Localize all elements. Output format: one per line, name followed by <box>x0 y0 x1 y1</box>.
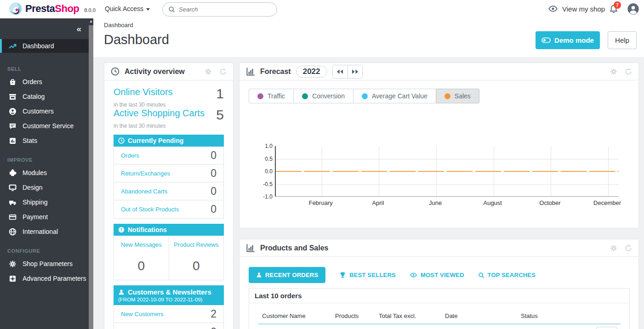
breadcrumb[interactable]: Dashboard <box>104 22 133 28</box>
activity-stat: Active Shopping Carts5 <box>104 108 233 122</box>
products-sales-tabs: RECENT ORDERSBEST SELLERSMOST VIEWEDTOP … <box>249 267 536 283</box>
currently-pending-list: Orders0Return/Exchanges0Abandoned Carts0… <box>114 147 224 219</box>
bar-chart-icon <box>246 244 255 253</box>
notification-link[interactable]: Product Reviews <box>174 241 219 248</box>
products-tab-label: MOST VIEWED <box>421 272 464 278</box>
list-item-link[interactable]: Return/Exchanges <box>121 170 170 177</box>
forecast-tab-traffic[interactable]: Traffic <box>249 89 294 103</box>
sidebar-item-shipping[interactable]: Shipping <box>0 195 89 210</box>
help-button[interactable]: Help <box>608 31 637 49</box>
notification-link[interactable]: New Messages <box>121 241 162 248</box>
forecast-tab-sales[interactable]: Sales <box>436 89 479 103</box>
sidebar-item-advanced-parameters[interactable]: Advanced Parameters <box>0 271 89 286</box>
next-year-button[interactable] <box>348 65 362 78</box>
currently-pending-header: Currently Pending <box>114 135 224 147</box>
demo-mode-button[interactable]: Demo mode <box>536 31 600 49</box>
view-my-shop-link[interactable]: View my shop <box>548 4 605 13</box>
sidebar-item-label: Customer Service <box>23 122 74 130</box>
year-selector[interactable]: 2022 <box>296 66 327 78</box>
activity-stat-link[interactable]: Online Visitors <box>114 87 173 97</box>
list-item: New Customers2 <box>114 305 223 323</box>
alert-icon <box>118 227 125 233</box>
products-tab-most-viewed[interactable]: MOST VIEWED <box>410 272 464 278</box>
trophy-icon <box>339 272 346 278</box>
order-details-button[interactable] <box>596 327 617 329</box>
view-my-shop-label: View my shop <box>562 5 605 13</box>
products-tab-label: RECENT ORDERS <box>265 272 318 278</box>
products-tab-recent-orders[interactable]: RECENT ORDERS <box>249 267 325 283</box>
x-axis-tick-label: December <box>593 199 621 206</box>
sidebar-item-payment[interactable]: Payment <box>0 210 89 224</box>
notification-value: 0 <box>171 259 222 273</box>
list-item: Orders0 <box>114 147 223 164</box>
sidebar-item-label: Payment <box>23 213 48 221</box>
refresh-icon[interactable] <box>625 244 632 252</box>
sidebar-item-customer-service[interactable]: Customer Service <box>0 119 89 133</box>
previous-year-button[interactable] <box>333 65 348 78</box>
sidebar-item-orders[interactable]: Orders <box>0 74 89 89</box>
sidebar-section-improve: IMPROVEModulesDesignShippingPaymentInter… <box>0 157 89 239</box>
sidebar-item-international[interactable]: International <box>0 224 89 239</box>
sidebar-item-stats[interactable]: Stats <box>0 133 89 148</box>
forecast-tab-conversion[interactable]: Conversion <box>293 89 353 103</box>
series-color-dot <box>362 93 368 99</box>
shop-parameters-icon <box>9 260 17 268</box>
activity-stat-link[interactable]: Active Shopping Carts <box>114 108 205 119</box>
forecast-metric-tabs: TrafficConversionAverage Cart ValueSales <box>249 89 479 103</box>
customers-newsletters-list: New Customers2New Subscriptions0 <box>114 305 224 329</box>
products-sales-panel: Products and Sales RECENT ORDERSBEST SEL… <box>239 239 639 329</box>
list-item-link[interactable]: Abandoned Carts <box>121 188 167 195</box>
design-icon <box>9 184 17 192</box>
y-axis-tick-label: 0.5 <box>254 156 273 162</box>
user-icon <box>256 272 262 278</box>
clock-icon <box>118 137 125 144</box>
sidebar-item-customers[interactable]: Customers <box>0 104 89 119</box>
international-icon <box>9 228 17 236</box>
search-box[interactable] <box>162 2 277 17</box>
list-item-value: 0 <box>211 167 217 180</box>
list-item-link[interactable]: Out of Stock Products <box>121 206 179 213</box>
quick-access-label: Quick Access <box>105 5 143 12</box>
prestashop-logo[interactable]: PrestaShop 8.0.0 <box>9 2 96 15</box>
gear-icon[interactable] <box>610 68 617 75</box>
version-label: 8.0.0 <box>84 7 95 13</box>
quick-access-menu[interactable]: Quick Access <box>105 5 150 12</box>
top-bar: PrestaShop 8.0.0 Quick Access View my sh… <box>0 0 644 18</box>
notifications-button[interactable]: 7 <box>609 4 618 14</box>
products-tab-best-sellers[interactable]: BEST SELLERS <box>339 272 396 278</box>
list-item-link[interactable]: New Customers <box>121 311 163 318</box>
sidebar-item-modules[interactable]: Modules <box>0 165 89 180</box>
orders-column-header: Products <box>335 312 359 319</box>
sidebar-item-design[interactable]: Design <box>0 180 89 195</box>
activity-stat-value: 5 <box>216 108 224 122</box>
notifications-columns: New Messages0Product Reviews0 <box>114 236 224 280</box>
sidebar-item-dashboard[interactable]: Dashboard <box>0 39 89 53</box>
list-item-link[interactable]: Orders <box>121 152 139 159</box>
forecast-tab-label: Average Cart Value <box>372 92 427 100</box>
notifications-header: Notifications <box>114 224 224 236</box>
gear-icon[interactable] <box>205 68 212 75</box>
refresh-icon[interactable] <box>219 68 227 75</box>
x-axis-tick-label: April <box>372 199 384 206</box>
forecast-tab-average-cart-value[interactable]: Average Cart Value <box>353 89 436 103</box>
sidebar-item-shop-parameters[interactable]: Shop Parameters <box>0 256 89 271</box>
list-item-value: 0 <box>211 185 217 198</box>
scroll-up-icon[interactable]: ▲ <box>89 18 93 25</box>
list-item-value: 2 <box>211 308 217 320</box>
x-axis-tick-label: June <box>429 199 442 206</box>
search-input[interactable] <box>179 6 262 13</box>
sidebar-item-catalog[interactable]: Catalog <box>0 89 89 104</box>
products-tab-top-searches[interactable]: TOP SEARCHES <box>478 272 536 278</box>
customers-newsletters-range: (FROM 2022-10-09 TO 2022-11-09) <box>118 297 219 302</box>
sidebar-scrollbar[interactable]: ▲ <box>89 18 93 329</box>
gear-icon[interactable] <box>610 244 617 252</box>
products-tab-label: TOP SEARCHES <box>488 272 536 278</box>
refresh-icon[interactable] <box>625 68 632 75</box>
profile-button[interactable] <box>627 3 639 15</box>
notification-column: Product Reviews0 <box>169 236 224 280</box>
trending-up-icon <box>9 42 17 50</box>
sidebar-collapse-button[interactable]: « <box>76 24 80 34</box>
list-item: Return/Exchanges0 <box>114 164 223 182</box>
customers-newsletters-title: Customers & Newsletters <box>128 288 211 296</box>
orders-column-header: Total Tax excl. <box>379 312 416 319</box>
